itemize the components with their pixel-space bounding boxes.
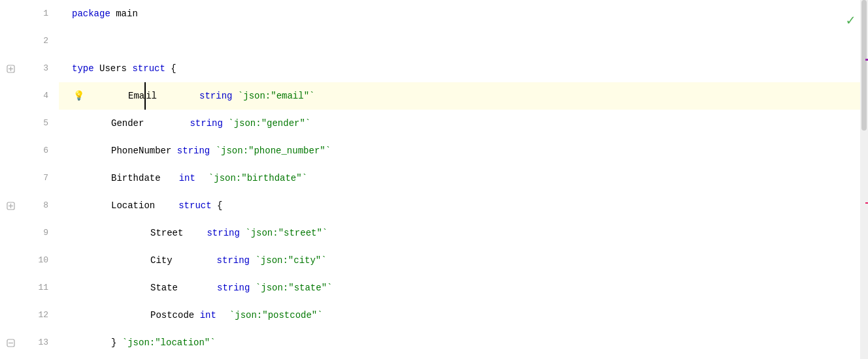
scrollbar-mark-bottom xyxy=(865,202,868,204)
type-string-email: string xyxy=(199,82,232,110)
field-postcode: Postcode xyxy=(150,302,194,329)
line-1: 1 xyxy=(0,0,59,27)
json-tag-city: `json:"city"` xyxy=(255,247,326,274)
lightbulb-icon[interactable]: 💡 xyxy=(72,89,85,102)
code-line-2 xyxy=(59,27,868,55)
line-13: 13 xyxy=(0,329,59,356)
type-int-postcode: int xyxy=(200,302,216,329)
code-line-13: } `json:"location"` xyxy=(59,329,868,356)
json-tag-gender: `json:"gender"` xyxy=(228,110,310,137)
type-string-city: string xyxy=(217,247,250,274)
line-8: 8 xyxy=(0,192,59,219)
json-tag-phone: `json:"phone_number"` xyxy=(216,137,331,164)
field-phonenumber: PhoneNumber xyxy=(111,137,171,164)
json-tag-location: `json:"location"` xyxy=(122,329,216,356)
code-line-9: Street string `json:"street"` xyxy=(59,219,868,247)
line-4: 4 xyxy=(0,82,59,110)
line-11: 11 xyxy=(0,274,59,302)
field-gender: Gender xyxy=(111,110,144,137)
code-editor: 1 2 3 4 5 6 7 xyxy=(0,0,868,359)
brace-close-location: } xyxy=(111,329,122,356)
fold-icon-8[interactable] xyxy=(5,200,16,211)
code-line-3: type Users struct { xyxy=(59,55,868,82)
field-state: State xyxy=(150,274,178,302)
fold-icon-3[interactable] xyxy=(5,63,16,74)
json-tag-birthdate: `json:"birthdate"` xyxy=(209,164,307,192)
type-int-birthdate: int xyxy=(179,164,195,192)
line-2: 2 xyxy=(0,27,59,55)
cursor-email: il xyxy=(144,82,157,110)
code-line-4: 💡 Email string `json:"email"` xyxy=(59,82,868,110)
code-line-8: Location struct { xyxy=(59,192,868,219)
line-12: 12 xyxy=(0,302,59,329)
keyword-package: package xyxy=(72,0,110,27)
code-content[interactable]: package main type Users struct { 💡 Email… xyxy=(59,0,868,359)
line-7: 7 xyxy=(0,164,59,192)
fold-icon-13[interactable] xyxy=(5,337,16,348)
keyword-struct-1: struct xyxy=(132,55,165,82)
line-gutter: 1 2 3 4 5 6 7 xyxy=(0,0,59,359)
json-tag-postcode: `json:"postcode"` xyxy=(229,302,323,329)
keyword-type: type xyxy=(72,55,94,82)
field-street: Street xyxy=(150,219,183,247)
code-line-7: Birthdate int `json:"birthdate"` xyxy=(59,164,868,192)
type-string-street: string xyxy=(207,219,239,247)
field-location: Location xyxy=(111,192,155,219)
field-city: City xyxy=(150,247,173,274)
line-9: 9 xyxy=(0,219,59,247)
code-line-10: City string `json:"city"` xyxy=(59,247,868,274)
json-tag-email: `json:"email"` xyxy=(238,82,315,110)
code-line-12: Postcode int `json:"postcode"` xyxy=(59,302,868,329)
vertical-scrollbar[interactable] xyxy=(860,0,868,359)
type-string-phone: string xyxy=(177,137,210,164)
scrollbar-thumb[interactable] xyxy=(861,0,867,131)
check-icon: ✓ xyxy=(846,8,855,35)
scrollbar-mark-top xyxy=(865,59,868,61)
brace-open-1: { xyxy=(165,55,176,82)
code-line-5: Gender string `json:"gender"` xyxy=(59,110,868,137)
json-tag-street: `json:"street"` xyxy=(245,219,327,247)
type-string-state: string xyxy=(217,274,250,302)
line-6: 6 xyxy=(0,137,59,164)
line-5: 5 xyxy=(0,110,59,137)
keyword-struct-2: struct xyxy=(178,192,211,219)
code-line-1: package main xyxy=(59,0,868,27)
field-birthdate: Birthdate xyxy=(111,164,161,192)
type-string-gender: string xyxy=(190,110,222,137)
code-line-11: State string `json:"state"` xyxy=(59,274,868,302)
json-tag-state: `json:"state"` xyxy=(256,274,333,302)
text-main: main xyxy=(110,0,138,27)
line-3: 3 xyxy=(0,55,59,82)
brace-open-2: { xyxy=(212,192,223,219)
field-email: Ema xyxy=(128,82,144,110)
code-line-6: PhoneNumber string `json:"phone_number"` xyxy=(59,137,868,164)
text-users: Users xyxy=(94,55,133,82)
line-10: 10 xyxy=(0,247,59,274)
